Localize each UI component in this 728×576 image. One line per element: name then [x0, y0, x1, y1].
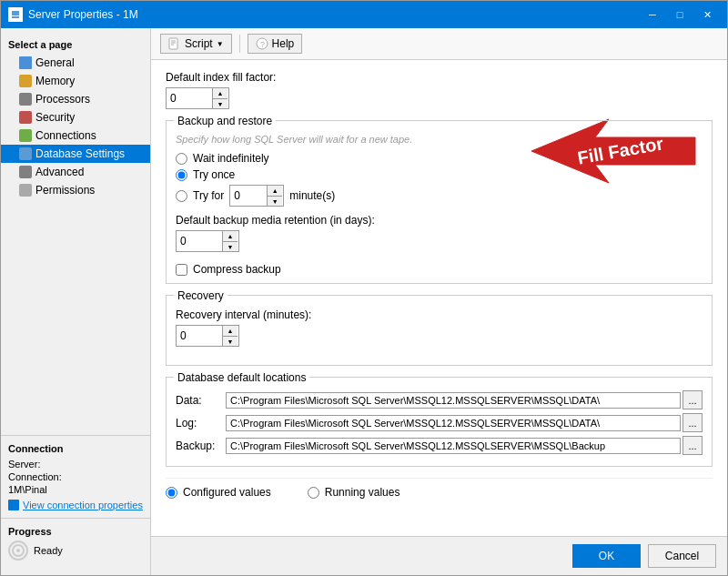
window-title: Server Properties - 1M [28, 8, 640, 21]
recovery-down[interactable]: ▼ [223, 336, 238, 346]
wait-indefinitely-radio[interactable] [176, 153, 187, 165]
wait-indefinitely-label: Wait indefinitely [193, 152, 269, 165]
server-label-row: Server: [8, 458, 143, 470]
try-once-radio[interactable] [176, 169, 187, 181]
bottom-radios: Configured values Running values [166, 478, 713, 506]
svg-rect-2 [12, 16, 19, 18]
toolbar: Script ▼ ? Help [151, 28, 727, 60]
retention-spinner-buttons: ▲ ▼ [222, 231, 238, 251]
recovery-up[interactable]: ▲ [223, 326, 238, 336]
svg-rect-1 [12, 11, 19, 15]
maximize-button[interactable]: □ [667, 5, 693, 24]
sidebar-item-label-dbsettings: Database Settings [35, 147, 125, 160]
sidebar-item-label-processors: Processors [35, 93, 90, 106]
fill-factor-up[interactable]: ▲ [213, 88, 228, 98]
progress-status: Ready [34, 545, 63, 556]
main-window: Server Properties - 1M ─ □ ✕ Select a pa… [0, 0, 728, 576]
backup-path-label: Backup: [176, 440, 226, 452]
general-icon [19, 56, 32, 69]
data-label: Data: [176, 394, 226, 407]
content-area: Fill Factor Default index fill factor: ▲… [151, 60, 727, 536]
sidebar-item-general[interactable]: General [1, 54, 150, 72]
retention-down[interactable]: ▼ [223, 241, 238, 251]
log-browse-button[interactable]: ... [682, 413, 703, 432]
running-values-radio[interactable] [308, 487, 319, 499]
memory-icon [19, 75, 32, 87]
recovery-spinner[interactable]: ▲ ▼ [176, 325, 239, 347]
recovery-input[interactable] [177, 328, 222, 344]
try-for-spinner-buttons: ▲ ▼ [267, 186, 282, 206]
try-for-down[interactable]: ▼ [268, 196, 282, 206]
sidebar-item-connections[interactable]: Connections [1, 126, 150, 145]
script-icon [168, 37, 181, 50]
fill-factor-label: Default index fill factor: [166, 71, 713, 84]
configured-values-label: Configured values [183, 486, 271, 499]
fill-factor-spinner[interactable]: ▲ ▼ [166, 87, 229, 109]
minutes-label: minute(s) [289, 189, 335, 202]
retention-input[interactable] [177, 233, 222, 249]
svg-text:?: ? [260, 40, 265, 49]
main-content: Script ▼ ? Help [151, 28, 727, 536]
title-bar: Server Properties - 1M ─ □ ✕ [1, 1, 727, 28]
window-body: Select a page General Memory Processors … [1, 28, 727, 575]
sidebar-item-advanced[interactable]: Advanced [1, 163, 150, 181]
fill-factor-down[interactable]: ▼ [213, 98, 228, 108]
sidebar-item-permissions[interactable]: Permissions [1, 181, 150, 199]
wait-indefinitely-row: Wait indefinitely [176, 152, 703, 165]
footer: OK Cancel [151, 536, 727, 575]
fill-factor-input[interactable] [167, 90, 212, 106]
try-for-input[interactable] [230, 187, 267, 204]
select-page-label: Select a page [1, 35, 150, 54]
connection-section: Connection Server: Connection: 1M\Pinal … [1, 435, 150, 518]
connection-label: Connection: [8, 471, 62, 482]
backup-restore-title: Backup and restore [174, 115, 276, 127]
retention-label: Default backup media retention (in days)… [176, 214, 703, 227]
security-icon [19, 111, 32, 124]
close-button[interactable]: ✕ [694, 5, 720, 24]
script-button[interactable]: Script ▼ [160, 34, 232, 54]
sidebar-item-processors[interactable]: Processors [1, 90, 150, 108]
sidebar-item-security[interactable]: Security [1, 108, 150, 126]
data-browse-button[interactable]: ... [682, 390, 703, 409]
try-for-radio[interactable] [176, 190, 187, 202]
recovery-interval-label: Recovery interval (minutes): [176, 308, 703, 321]
cancel-button[interactable]: Cancel [648, 544, 716, 568]
svg-rect-5 [169, 38, 177, 49]
help-button[interactable]: ? Help [248, 34, 303, 54]
compress-backup-checkbox[interactable] [176, 264, 187, 276]
try-for-spinner[interactable]: ▲ ▼ [229, 185, 284, 207]
connection-value-row: Connection: [8, 470, 143, 483]
recovery-spinner-buttons: ▲ ▼ [222, 326, 238, 346]
log-path-input[interactable] [226, 415, 681, 431]
log-path-row: Log: ... [176, 413, 703, 432]
try-for-label: Try for [193, 189, 224, 202]
window-controls: ─ □ ✕ [640, 5, 720, 24]
sidebar: Select a page General Memory Processors … [1, 28, 151, 575]
data-path-input[interactable] [226, 392, 681, 409]
advanced-icon [19, 166, 32, 178]
progress-gear-icon [8, 541, 28, 561]
running-values-label: Running values [325, 486, 400, 499]
toolbar-separator [239, 35, 240, 53]
sidebar-item-memory[interactable]: Memory [1, 72, 150, 90]
backup-path-input[interactable] [226, 438, 681, 454]
backup-browse-button[interactable]: ... [682, 436, 703, 455]
ok-button[interactable]: OK [572, 544, 641, 568]
sidebar-item-label-connections: Connections [35, 129, 96, 142]
configured-values-radio[interactable] [166, 487, 177, 499]
compress-backup-row: Compress backup [176, 263, 703, 276]
try-for-up[interactable]: ▲ [268, 186, 282, 196]
progress-title: Progress [8, 526, 143, 537]
sidebar-item-database-settings[interactable]: Database Settings [1, 145, 150, 163]
progress-section: Progress Ready [1, 518, 150, 568]
sidebar-item-label-general: General [35, 56, 75, 69]
data-path-row: Data: ... [176, 390, 703, 409]
retention-up[interactable]: ▲ [223, 231, 238, 241]
compress-backup-label: Compress backup [193, 263, 281, 276]
sidebar-item-label-permissions: Permissions [35, 184, 95, 197]
svg-point-4 [16, 549, 20, 552]
sidebar-item-label-advanced: Advanced [35, 166, 84, 178]
view-connection-link[interactable]: View connection properties [8, 500, 143, 510]
retention-spinner[interactable]: ▲ ▼ [176, 230, 239, 252]
minimize-button[interactable]: ─ [640, 5, 665, 24]
